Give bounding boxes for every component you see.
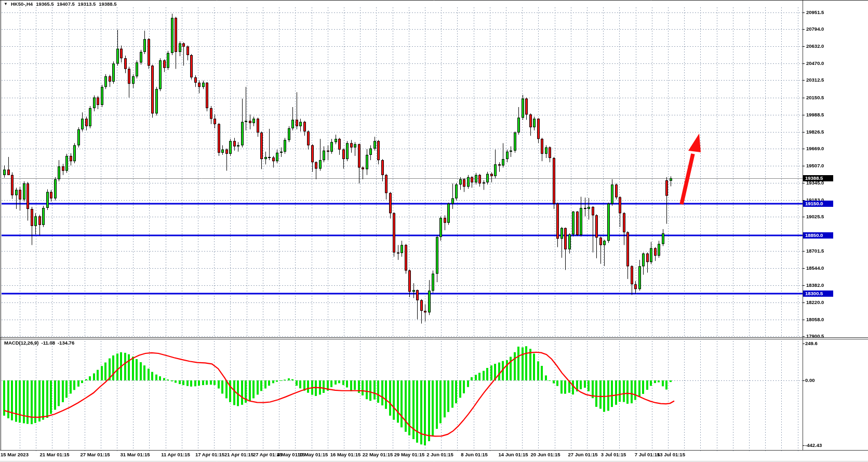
symbol-dropdown-icon[interactable]: ▼ — [4, 2, 8, 7]
level-price-tag: 19150.0 — [803, 201, 833, 207]
time-axis-label: 17 Apr 01:15 — [195, 452, 224, 457]
price-axis-label: 18382.0 — [806, 282, 824, 288]
time-axis-label: 27 Jun 01:15 — [568, 452, 597, 457]
time-axis-label: 10 May 01:15 — [298, 452, 328, 457]
macd-indicator-header: MACD(12,26,9) -11.08 -134.76 — [4, 340, 74, 346]
price-axis-label: 19025.5 — [806, 214, 824, 220]
price-axis-label: 20794.0 — [806, 26, 824, 32]
macd-indicator-name: MACD(12,26,9) — [4, 340, 39, 346]
chart-title-bar: ▼ HK50-,H4 19365.5 19407.5 19313.5 19388… — [4, 1, 117, 7]
price-axis-label: 19507.0 — [806, 163, 824, 169]
price-axis-label: 19669.0 — [806, 146, 824, 152]
price-chart-canvas[interactable] — [0, 0, 868, 462]
price-axis-label: 20470.0 — [806, 60, 824, 67]
level-price-tag: 18850.0 — [803, 232, 833, 239]
time-axis-label: 13 Jul 01:15 — [657, 452, 685, 457]
time-axis-label: 16 May 01:15 — [330, 452, 361, 457]
title-open-value: 19365.5 — [36, 1, 54, 7]
time-axis-label: 31 Mar 01:15 — [120, 452, 150, 457]
current-price-tag: 19388.5 — [803, 175, 833, 181]
price-axis-label: 20312.5 — [806, 77, 824, 83]
price-axis-label: 17900.5 — [806, 333, 824, 339]
price-axis-label: 19988.5 — [806, 112, 824, 118]
time-axis-label: 22 May 01:15 — [363, 452, 393, 457]
price-axis-label: 18544.0 — [806, 265, 824, 271]
time-axis-label: 11 Apr 01:15 — [161, 452, 190, 457]
price-axis-label: 18058.0 — [806, 316, 824, 323]
time-axis-label: 2 Jun 01:15 — [426, 452, 453, 457]
time-axis-label: 21 Apr 01:15 — [224, 452, 253, 457]
time-axis-label: 15 Mar 2023 — [1, 452, 29, 457]
time-axis-label: 20 Jun 01:15 — [530, 452, 560, 457]
time-axis-label: 29 May 01:15 — [394, 452, 425, 457]
price-axis-label: 20150.5 — [806, 95, 824, 101]
price-axis-label: 20951.5 — [806, 9, 824, 16]
title-low-value: 19313.5 — [78, 1, 96, 7]
price-axis-label: 19826.5 — [806, 129, 824, 135]
time-axis-label: 7 Jul 01:15 — [635, 452, 660, 457]
level-price-tag: 18300.5 — [803, 291, 833, 297]
time-axis-label: 21 Mar 01:15 — [39, 452, 69, 457]
macd-axis-label: 249.6 — [805, 340, 818, 347]
title-close-value: 19388.5 — [99, 1, 116, 7]
title-high-value: 19407.5 — [57, 1, 75, 7]
time-axis-label: 27 Mar 01:15 — [80, 452, 110, 457]
macd-signal-value: -134.76 — [58, 340, 74, 346]
price-axis-label: 20632.0 — [806, 43, 824, 49]
price-axis-label: 18220.0 — [806, 299, 824, 306]
macd-axis-label: 0.00 — [805, 377, 815, 384]
trading-chart-window: ▼ HK50-,H4 19365.5 19407.5 19313.5 19388… — [0, 0, 868, 462]
macd-axis-label: -442.43 — [805, 442, 822, 448]
macd-main-value: -11.08 — [42, 340, 55, 346]
time-axis-label: 3 Jul 01:15 — [601, 452, 626, 457]
price-axis-label: 18701.5 — [806, 248, 824, 254]
time-axis-label: 14 Jun 01:15 — [498, 452, 528, 457]
time-axis-label: 8 Jun 01:15 — [461, 452, 488, 457]
chart-symbol-timeframe: HK50-,H4 — [11, 1, 33, 7]
